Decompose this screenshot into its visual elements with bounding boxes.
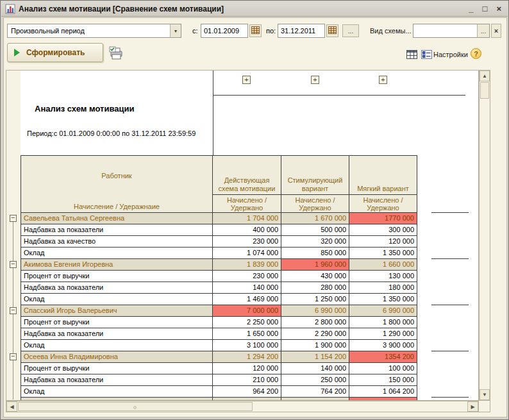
scheme-kind-input[interactable] — [413, 24, 477, 37]
header-soft-variant-cell[interactable]: Мягкий вариант Начислено / Удержано — [349, 155, 417, 213]
accrual-row[interactable]: Оклад964 200764 2001 064 200 — [21, 386, 417, 398]
calendar-icon — [328, 26, 337, 35]
accrual-row[interactable]: Надбавка за показатели1 650 0002 290 000… — [21, 328, 417, 340]
group-tree-line — [13, 268, 13, 307]
value-cell: 2 800 000 — [281, 317, 349, 328]
accrual-row[interactable]: Надбавка за показатели210 000250 000150 … — [21, 374, 417, 386]
window-title: Анализ схем мотивации [Сравнение схем мо… — [19, 4, 469, 13]
report-period: Период:с 01.01.2009 0:00:00 по 31.12.201… — [27, 130, 196, 137]
value-cell: 1 704 000 — [213, 213, 281, 224]
vertical-scrollbar-thumb[interactable] — [480, 82, 489, 99]
group-tree-line — [13, 360, 13, 399]
collapse-group-icon[interactable]: − — [10, 215, 17, 222]
group-row-extension-line — [431, 397, 469, 398]
row-label-cell: Оклад — [21, 294, 213, 305]
scheme-clear-button[interactable]: × — [491, 24, 501, 38]
value-cell: 1 839 000 — [213, 259, 281, 271]
value-cell: 140 000 — [213, 282, 281, 294]
period-more-button[interactable]: ... — [342, 24, 359, 37]
calendar-icon — [251, 26, 260, 35]
value-cell: 6 990 000 — [349, 305, 417, 317]
value-cell: 400 000 — [213, 224, 281, 236]
value-cell: 1 290 000 — [349, 328, 417, 340]
vertical-scrollbar[interactable]: ▲ ▼ — [479, 70, 490, 401]
collapse-group-icon[interactable]: − — [10, 307, 17, 314]
scroll-right-icon[interactable]: ▶ — [467, 401, 478, 412]
print-settings-icon[interactable] — [108, 46, 124, 62]
group-row-extension-line — [431, 351, 469, 351]
accrual-row[interactable]: Надбавка за показатели400 000500 000300 … — [21, 224, 417, 236]
date-to-label: по: — [266, 27, 276, 35]
row-label-cell: Надбавка за показатели — [21, 282, 213, 294]
value-cell: 120 000 — [213, 363, 281, 374]
expand-column-2-icon[interactable]: + — [311, 76, 319, 84]
settings-icon[interactable] — [421, 50, 432, 62]
collapse-group-icon[interactable]: − — [10, 353, 17, 360]
value-cell: 250 000 — [281, 374, 349, 386]
accrual-row[interactable]: Надбавка за качество230 000320 000120 00… — [21, 236, 417, 248]
minimize-button[interactable]: _ — [469, 4, 473, 13]
highlighted-value-cell: 7 000 000 — [213, 305, 281, 317]
value-cell: 1 074 000 — [213, 248, 281, 259]
value-cell: 1 670 000 — [281, 213, 349, 224]
employee-group-row[interactable]: Осеева Инна Владимировна1 294 2001 154 2… — [21, 351, 417, 363]
calendar-to-button[interactable] — [326, 24, 338, 37]
value-cell: 130 000 — [349, 271, 417, 282]
header-stimulating-variant-cell[interactable]: Стимулирующий вариант Начислено / Удержа… — [281, 155, 349, 213]
scroll-up-icon[interactable]: ▲ — [480, 71, 490, 81]
accrual-row[interactable]: Процент от выручки2 250 0002 800 0001 80… — [21, 317, 417, 328]
header-col-title: Стимулирующий вариант — [281, 156, 349, 195]
employee-group-row[interactable]: Савельева Татьяна Сергеевна1 704 0001 67… — [21, 213, 417, 224]
scroll-down-icon[interactable]: ▼ — [480, 389, 490, 400]
accrual-row[interactable]: Оклад1 469 0001 250 0001 350 000 — [21, 294, 417, 305]
report-title: Анализ схем мотивации — [35, 104, 135, 113]
app-window: Анализ схем мотивации [Сравнение схем мо… — [0, 0, 509, 420]
expand-column-3-icon[interactable]: + — [379, 76, 387, 84]
collapse-group-icon[interactable]: − — [10, 261, 17, 268]
help-icon[interactable]: ? — [471, 48, 481, 59]
maximize-button[interactable]: □ — [483, 4, 488, 13]
value-cell: 1 064 200 — [349, 386, 417, 398]
header-accrual-label: Начисление / Удеражнаие — [21, 195, 212, 212]
value-cell: 140 000 — [281, 363, 349, 374]
value-cell: 1 469 000 — [213, 294, 281, 305]
table-grid-icon[interactable] — [406, 50, 417, 62]
value-cell: 280 000 — [281, 282, 349, 294]
horizontal-scrollbar[interactable]: ◀ ▶ — [6, 401, 479, 412]
header-col-sub: Начислено / Удержано — [349, 195, 417, 212]
accrual-row[interactable]: Оклад1 074 000850 0001 350 000 — [21, 248, 417, 259]
table-header: Работник Начисление / Удеражнаие Действу… — [21, 155, 417, 213]
row-label-cell: Оклад — [21, 340, 213, 351]
employee-group-row[interactable]: Спасский Игорь Валерьевич7 000 0006 990 … — [21, 305, 417, 317]
close-button[interactable]: × — [496, 4, 501, 13]
accrual-row[interactable]: Оклад3 100 0001 900 0003 900 000 — [21, 340, 417, 351]
accrual-row[interactable]: Процент от выручки120 000140 000100 000 — [21, 363, 417, 374]
horizontal-scrollbar-thumb[interactable] — [18, 402, 253, 411]
highlighted-value-cell: 1354 200 — [349, 351, 417, 363]
scheme-kind-field[interactable]: ... — [413, 24, 490, 38]
period-preset-select[interactable]: Произвольный период ▼ — [7, 24, 181, 38]
row-label-cell: Процент от выручки — [21, 271, 213, 282]
generate-button[interactable]: Сформировать — [7, 43, 103, 62]
scheme-more-button[interactable]: ... — [477, 24, 489, 37]
chevron-down-icon[interactable]: ▼ — [170, 24, 181, 37]
accrual-row[interactable]: Процент от выручки230 000430 000130 000 — [21, 271, 417, 282]
value-cell: 230 000 — [213, 236, 281, 248]
header-employee-label: Работник — [21, 156, 212, 195]
value-cell: 120 000 — [349, 236, 417, 248]
scroll-left-icon[interactable]: ◀ — [6, 401, 17, 412]
settings-label[interactable]: Настройки — [433, 51, 468, 58]
header-employee-cell[interactable]: Работник Начисление / Удеражнаие — [21, 155, 213, 213]
header-current-scheme-cell[interactable]: Действующая схема мотивации Начислено / … — [213, 155, 281, 213]
calendar-from-button[interactable] — [249, 24, 262, 37]
row-label-cell: Надбавка за показатели — [21, 224, 213, 236]
accrual-row[interactable]: Надбавка за показатели140 000280 000180 … — [21, 282, 417, 294]
expand-column-1-icon[interactable]: + — [242, 76, 251, 84]
date-to-input[interactable] — [278, 24, 325, 38]
employee-group-row[interactable]: Акимова Евгения Игоревна1 839 0001 960 0… — [21, 259, 417, 271]
header-col-sub: Начислено / Удержано — [213, 195, 281, 212]
spreadsheet[interactable]: + + + Анализ схем мотивации Период:с 01.… — [6, 70, 479, 401]
title-bar[interactable]: Анализ схем мотивации [Сравнение схем мо… — [1, 1, 508, 17]
date-from-input[interactable] — [201, 24, 248, 38]
value-cell: 3 900 000 — [349, 340, 417, 351]
